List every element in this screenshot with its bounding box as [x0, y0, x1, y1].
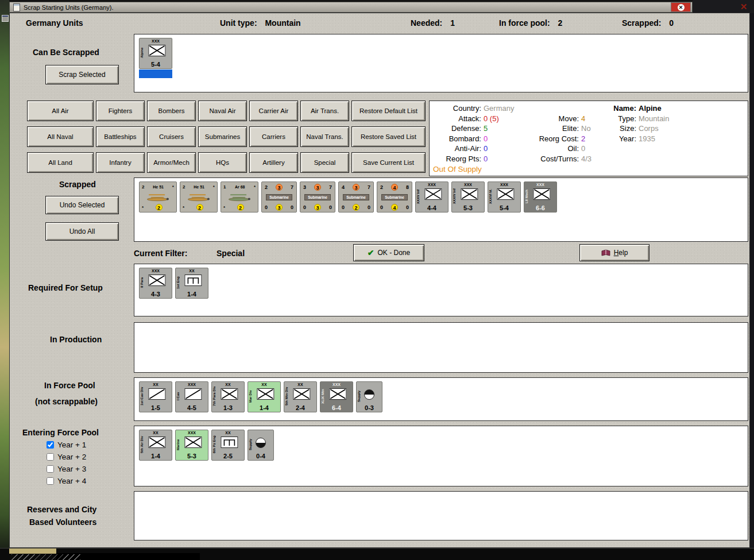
defense-value: 5: [484, 124, 526, 133]
filter-button-all-naval[interactable]: All Naval: [27, 126, 94, 147]
antiair-label: Anti-Air:: [433, 144, 484, 153]
filter-button-naval-trans-[interactable]: Naval Trans.: [300, 126, 349, 147]
unit-type-header: Unit type: Mountain: [220, 18, 301, 28]
filter-button-battleships[interactable]: Battleships: [96, 126, 145, 147]
filter-button-restore-default-list[interactable]: Restore Default List: [351, 101, 426, 121]
unit-he-51[interactable]: 2He 51**2: [139, 181, 177, 213]
unit-supply[interactable]: Supply0-4: [248, 430, 274, 461]
unit-submarine[interactable]: 248Submarine040: [377, 181, 412, 213]
filter-button-submarines[interactable]: Submarines: [198, 126, 247, 147]
window-doc-icon: [13, 3, 20, 11]
reserves-panel: [134, 491, 748, 540]
help-label: Help: [614, 249, 628, 257]
required-for-setup-panel: XXXII Para4-3XX1st Eng1-4: [134, 264, 748, 316]
year-checkbox-label: Year + 1: [57, 441, 86, 449]
unit-symbol-icon: [461, 188, 478, 200]
in-production-panel: [134, 322, 748, 373]
unit-i-cav[interactable]: XXXI Cav4-5: [175, 381, 208, 412]
help-button[interactable]: Help: [579, 244, 649, 261]
window-restore-icon[interactable]: [2, 15, 9, 22]
filter-button-bombers[interactable]: Bombers: [147, 101, 196, 121]
in-force-pool-panel: XX1st Cav Div1-5XXXI Cav4-5XX7th Para Di…: [134, 377, 748, 421]
filter-button-infantry[interactable]: Infantry: [96, 152, 145, 173]
filter-button-artillery[interactable]: Artillery: [249, 152, 298, 173]
filter-button-carriers[interactable]: Carriers: [249, 126, 298, 147]
year-checkbox-3[interactable]: Year + 3: [47, 465, 86, 473]
filter-button-hqs[interactable]: HQs: [198, 152, 247, 173]
year-label: Year:: [611, 134, 639, 143]
scrapped-count-value: 0: [669, 18, 674, 28]
attack-label: Attack:: [433, 114, 484, 123]
unit-alpine[interactable]: XXXAlpine5-4: [139, 38, 172, 69]
defense-label: Defense:: [433, 124, 484, 133]
background-map-edge: [0, 0, 9, 560]
filter-button-all-air[interactable]: All Air: [27, 101, 94, 121]
unit-1st-eng[interactable]: XX1st Eng1-4: [175, 268, 208, 299]
unit-ar-68[interactable]: 1Ar 68**2: [221, 181, 258, 213]
unit-5th-air-div[interactable]: XX5th Air Div1-4: [139, 430, 172, 461]
bottom-bar: [0, 548, 754, 560]
undo-all-button[interactable]: Undo All: [45, 222, 119, 241]
country-label: Country:: [433, 104, 484, 113]
filter-button-all-land[interactable]: All Land: [27, 152, 94, 173]
scrap-selected-button[interactable]: Scrap Selected: [45, 65, 119, 84]
year-checkbox-input-4[interactable]: [47, 477, 54, 485]
filter-button-special[interactable]: Special: [300, 152, 349, 173]
filter-button-save-current-list[interactable]: Save Current List: [351, 152, 426, 173]
year-checkbox-1[interactable]: Year + 1: [47, 441, 86, 449]
reserves-label-line2: Based Volunteers: [29, 517, 96, 527]
year-checkbox-label: Year + 4: [57, 477, 86, 485]
ok-done-button[interactable]: ✔ OK - Done: [353, 244, 424, 261]
book-icon: [601, 249, 610, 257]
year-checkbox-label: Year + 3: [57, 465, 86, 473]
unit-xxxiv-inf[interactable]: XXXXXXIV Inf5-3: [451, 181, 485, 213]
unit-he-51[interactable]: 2He 51**2: [180, 181, 218, 213]
unit-symbol-icon: [533, 188, 550, 200]
filter-button-carrier-air[interactable]: Carrier Air: [249, 101, 298, 121]
unit-7th-para-div[interactable]: XX7th Para Div1-3: [211, 381, 245, 412]
unit-xxxvi-m-[interactable]: XXXXXXVI M.5-4: [488, 181, 521, 213]
unit-submarine[interactable]: 337Submarine030: [300, 181, 335, 213]
unit-xxxv-inf[interactable]: XXXXXXV Inf4-4: [415, 181, 448, 213]
unit-symbol-icon: [497, 188, 514, 200]
undo-selected-button[interactable]: Undo Selected: [45, 196, 119, 214]
scrapped-header: Scrapped: 0: [622, 18, 674, 28]
filter-button-cruisers[interactable]: Cruisers: [147, 126, 196, 147]
unit-6th-pz-eng[interactable]: XX6th Pz Eng2-5: [211, 430, 245, 461]
filter-button-armor-mech[interactable]: Armor/Mech: [147, 152, 196, 173]
year-checkbox-4[interactable]: Year + 4: [47, 477, 86, 485]
window-title: Scrap Starting Units (Germany).: [24, 4, 114, 11]
window-titlebar[interactable]: Scrap Starting Units (Germany).: [9, 2, 693, 13]
filter-button-naval-air[interactable]: Naval Air: [198, 101, 247, 121]
unit-1st-cav-div[interactable]: XX1st Cav Div1-5: [139, 381, 172, 412]
year-checkbox-2[interactable]: Year + 2: [47, 453, 86, 461]
close-button[interactable]: ✕: [738, 2, 749, 12]
year-checkbox-input-2[interactable]: [47, 453, 54, 461]
unit-5th-mtn-div[interactable]: XX5th Mtn Div2-4: [284, 381, 317, 412]
reserves-label-line1: Reserves and City: [27, 505, 96, 514]
unit-xlix-mtn[interactable]: XXXXLIX Mtn6-4: [320, 381, 353, 412]
unit-symbol-icon: [257, 388, 274, 400]
unit-mar-div[interactable]: XXMar Div1-4: [248, 381, 281, 412]
move-value: 4: [581, 114, 611, 123]
unit-supply[interactable]: Supply0-3: [356, 381, 382, 412]
unit-symbol-icon: [293, 388, 310, 400]
cost-turns-value: 4/3: [581, 155, 611, 163]
can-be-scrapped-panel: XXXAlpine5-4: [134, 34, 748, 92]
ok-done-label: OK - Done: [378, 249, 411, 257]
year-checkbox-input-3[interactable]: [47, 465, 54, 473]
unit-ii-para[interactable]: XXXII Para4-3: [139, 268, 172, 299]
filter-button-fighters[interactable]: Fighters: [96, 101, 145, 121]
unit-submarine[interactable]: 237Submarine030: [261, 181, 297, 213]
year-checklist: Year + 1Year + 2Year + 3Year + 4: [47, 441, 86, 485]
filter-button-restore-saved-list[interactable]: Restore Saved List: [351, 126, 426, 147]
filter-button-air-trans-[interactable]: Air Trans.: [300, 101, 349, 121]
unit-lii-mech[interactable]: XXXLII Mech6-6: [524, 181, 557, 213]
unit-marine[interactable]: XXXMarine5-3: [175, 430, 208, 461]
page-title: Germany Units: [26, 18, 83, 28]
scrap-units-dialog: Germany Units Unit type: Mountain Needed…: [9, 13, 750, 548]
submarine-label: Submarine: [304, 194, 331, 200]
reorg-cost-label: Reorg Cost:: [526, 134, 581, 143]
unit-submarine[interactable]: 437Submarine020: [338, 181, 374, 213]
year-checkbox-input-1[interactable]: [47, 441, 54, 449]
